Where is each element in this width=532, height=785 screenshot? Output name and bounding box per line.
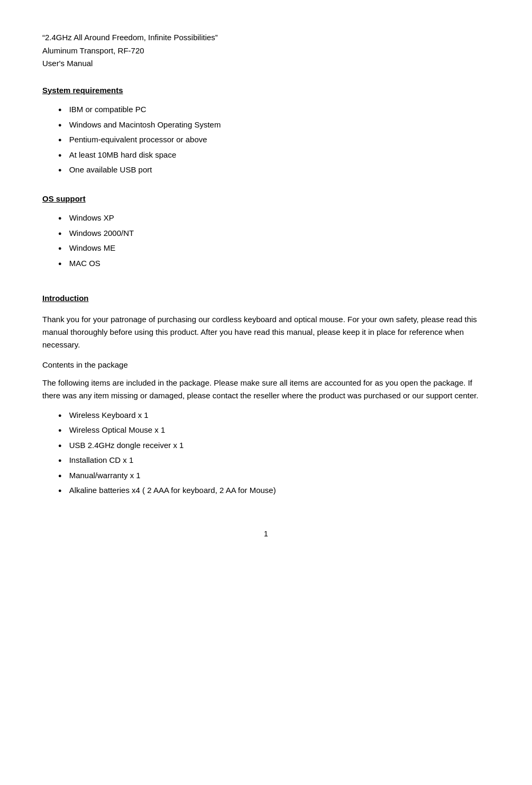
list-item: Windows XP xyxy=(58,212,490,224)
list-item: At least 10MB hard disk space xyxy=(58,149,490,161)
list-item: One available USB port xyxy=(58,164,490,176)
os-support-heading: OS support xyxy=(42,194,86,203)
system-requirements-heading: System requirements xyxy=(42,86,123,95)
header-manual: User's Manual xyxy=(42,58,490,70)
list-item: IBM or compatible PC xyxy=(58,104,490,116)
list-item: Manual/warranty x 1 xyxy=(58,470,490,482)
introduction-paragraph1: Thank you for your patronage of purchasi… xyxy=(42,313,490,351)
list-item: Windows 2000/NT xyxy=(58,227,490,240)
list-item: Windows and Macintosh Operating System xyxy=(58,119,490,131)
list-item: Wireless Keyboard x 1 xyxy=(58,409,490,422)
list-item: Pentium-equivalent processor or above xyxy=(58,134,490,146)
list-item: Alkaline batteries x4 ( 2 AAA for keyboa… xyxy=(58,485,490,497)
list-item: USB 2.4GHz dongle receiver x 1 xyxy=(58,440,490,452)
list-item: Installation CD x 1 xyxy=(58,454,490,467)
page-number: 1 xyxy=(42,528,490,540)
header-product: Aluminum Transport, RF-720 xyxy=(42,45,490,57)
package-contents-list: Wireless Keyboard x 1 Wireless Optical M… xyxy=(42,409,490,497)
system-requirements-list: IBM or compatible PC Windows and Macinto… xyxy=(42,104,490,176)
contents-heading: Contents in the package xyxy=(42,359,490,371)
list-item: MAC OS xyxy=(58,258,490,270)
introduction-paragraph2: The following items are included in the … xyxy=(42,377,490,402)
os-support-list: Windows XP Windows 2000/NT Windows ME MA… xyxy=(42,212,490,269)
introduction-heading: Introduction xyxy=(42,294,88,303)
header-tagline: “2.4GHz All Around Freedom, Infinite Pos… xyxy=(42,32,490,44)
list-item: Wireless Optical Mouse x 1 xyxy=(58,424,490,436)
list-item: Windows ME xyxy=(58,242,490,254)
